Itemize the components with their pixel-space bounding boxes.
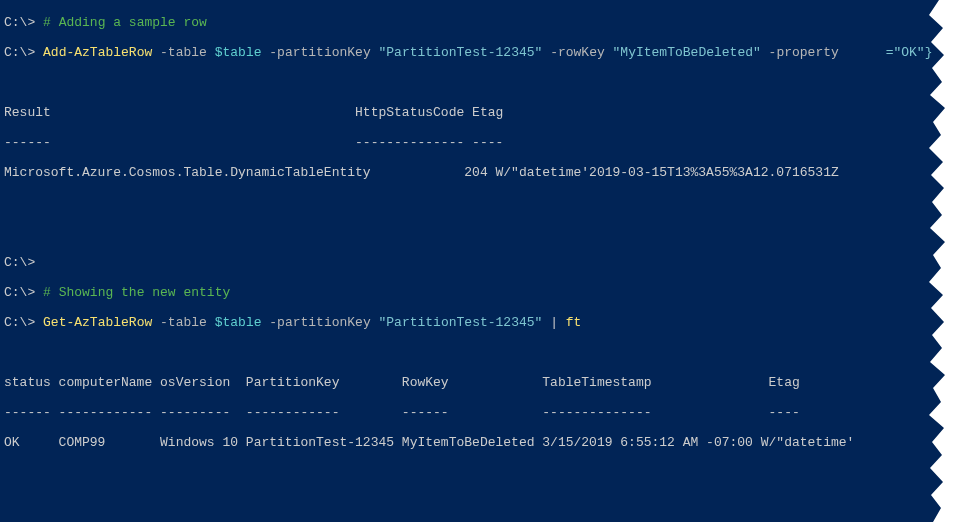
blank-line [4, 225, 953, 240]
terminal-line: C:\> [4, 255, 953, 270]
cmdlet: Get-AzTableRow [43, 315, 152, 330]
prompt: C:\> [4, 15, 35, 30]
string: "PartitionTest-12345" [379, 45, 543, 60]
output-header: status computerName osVersion PartitionK… [4, 375, 953, 390]
param: -table [152, 45, 214, 60]
cmdlet: ft [566, 315, 582, 330]
prompt: C:\> [4, 45, 35, 60]
terminal-line: C:\> # Adding a sample row [4, 15, 953, 30]
param: -rowKey [542, 45, 612, 60]
terminal-line: C:\> # Showing the new entity [4, 285, 953, 300]
blank-line [4, 465, 953, 480]
output-separator: ------ ------------ --------- ----------… [4, 405, 953, 420]
string: "MyItemToBeDeleted" [613, 45, 761, 60]
prompt: C:\> [4, 285, 35, 300]
blank-line [4, 195, 953, 210]
comment-text: # Adding a sample row [43, 15, 207, 30]
string: "PartitionTest-12345" [379, 315, 543, 330]
variable: $table [215, 45, 262, 60]
blank-line [4, 495, 953, 510]
powershell-terminal[interactable]: C:\> # Adding a sample row C:\> Add-AzTa… [0, 0, 957, 522]
output-row: Microsoft.Azure.Cosmos.Table.DynamicTabl… [4, 165, 953, 180]
prompt: C:\> [4, 255, 35, 270]
blank-line [4, 75, 953, 90]
output-header: Result HttpStatusCode Etag [4, 105, 953, 120]
blank-line [4, 345, 953, 360]
variable: $table [215, 315, 262, 330]
pipe: | [542, 315, 565, 330]
string-tail: ="OK"} [847, 45, 933, 60]
terminal-line: C:\> Add-AzTableRow -table $table -parti… [4, 45, 953, 60]
cmdlet: Add-AzTableRow [43, 45, 152, 60]
output-separator: ------ -------------- ---- [4, 135, 953, 150]
param: -partitionKey [261, 315, 378, 330]
param: -table [152, 315, 214, 330]
param: -partitionKey [261, 45, 378, 60]
comment-text: # Showing the new entity [43, 285, 230, 300]
terminal-line: C:\> Get-AzTableRow -table $table -parti… [4, 315, 953, 330]
prompt: C:\> [4, 315, 35, 330]
output-row: OK COMP99 Windows 10 PartitionTest-12345… [4, 435, 953, 450]
param: -property [761, 45, 847, 60]
